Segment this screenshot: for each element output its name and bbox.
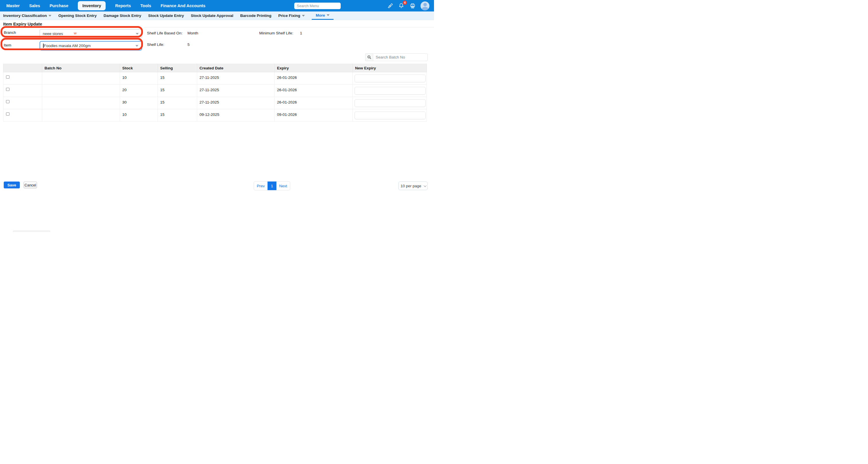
table-row: 20 15 27-11-2025 26-01-2026 xyxy=(3,85,427,97)
branch-dropdown[interactable]: neee stores w xyxy=(40,29,142,38)
table-row: 30 15 27-11-2025 26-01-2026 xyxy=(3,97,427,109)
subnav-label: Inventory Classification xyxy=(3,13,47,18)
shelf-life-based-on-label: Shelf Life Based On: xyxy=(147,31,183,35)
subnav-label: Opening Stock Entry xyxy=(58,13,97,18)
text-cursor xyxy=(43,43,43,48)
subnav-label: Damage Stock Entry xyxy=(104,13,141,18)
search-batch-no-input[interactable] xyxy=(373,53,428,61)
new-expiry-input[interactable] xyxy=(354,74,426,82)
pagination-next-button[interactable]: Next xyxy=(276,181,290,190)
subnav-item-inventory-classification[interactable]: Inventory Classification xyxy=(3,11,51,20)
typed-text: w xyxy=(74,31,76,35)
nav-item-sales[interactable]: Sales xyxy=(29,3,40,8)
col-header-batch-no: Batch No xyxy=(42,64,120,72)
page-size-select[interactable]: 10 per page xyxy=(398,181,428,190)
chevron-down-icon xyxy=(49,15,51,16)
avatar-body-shape xyxy=(422,7,428,10)
notifications-bell-icon[interactable]: 4 xyxy=(398,3,404,9)
save-button[interactable]: Save xyxy=(4,181,20,189)
nav-item-finance-and-accounts[interactable]: Finance And Accounts xyxy=(161,3,206,8)
printer-icon[interactable] xyxy=(409,3,415,9)
search-icon xyxy=(365,53,373,61)
col-header-stock: Stock xyxy=(120,64,158,72)
batch-search-group xyxy=(365,53,428,61)
chevron-down-icon xyxy=(327,14,330,16)
item-dropdown[interactable]: Foodles masala AM 200gm xyxy=(40,41,142,51)
paintbrush-icon[interactable] xyxy=(387,3,393,9)
new-expiry-input[interactable] xyxy=(354,99,426,107)
col-header-expiry: Expiry xyxy=(275,64,353,72)
new-expiry-input[interactable] xyxy=(354,111,426,119)
branch-value: neee stores xyxy=(40,32,63,36)
cell-batch-no xyxy=(42,109,120,122)
top-navbar: Master Sales Purchase Inventory Reports … xyxy=(0,0,434,11)
new-expiry-input[interactable] xyxy=(354,87,426,95)
pagination-prev-button[interactable]: Prev xyxy=(254,181,268,190)
cell-expiry: 26-01-2026 xyxy=(275,85,353,97)
subnav-item-barcode-printing[interactable]: Barcode Printing xyxy=(240,11,272,20)
col-header-new-expiry: New Expiry xyxy=(353,64,427,72)
subnav-item-more[interactable]: More xyxy=(312,11,334,20)
shelf-life-value: 5 xyxy=(187,42,190,47)
chevron-down-icon xyxy=(136,33,138,35)
col-header-select xyxy=(3,64,42,72)
user-avatar[interactable] xyxy=(421,1,429,10)
cell-stock: 10 xyxy=(120,109,158,122)
cell-created-date: 27-11-2025 xyxy=(197,72,275,85)
row-checkbox[interactable] xyxy=(6,88,9,91)
cell-batch-no xyxy=(42,72,120,85)
subnav-item-opening-stock-entry[interactable]: Opening Stock Entry xyxy=(58,11,97,20)
subnav-label: More xyxy=(316,13,325,18)
nav-item-reports[interactable]: Reports xyxy=(115,3,131,8)
cell-selling: 15 xyxy=(158,109,197,122)
cell-stock: 30 xyxy=(120,97,158,109)
page-size-value: 10 per page xyxy=(400,184,421,188)
cell-batch-no xyxy=(42,97,120,109)
subnav-label: Stock Update Entry xyxy=(148,13,184,18)
chevron-down-icon xyxy=(302,15,305,16)
cell-expiry: 26-01-2026 xyxy=(275,72,353,85)
subnav-label: Stock Update Approval xyxy=(191,13,234,18)
search-menu-input[interactable] xyxy=(294,3,341,9)
cell-stock: 20 xyxy=(120,85,158,97)
subnav-item-price-fixing[interactable]: Price Fixing xyxy=(278,11,305,20)
chevron-down-icon xyxy=(423,184,426,187)
subnav-item-stock-update-entry[interactable]: Stock Update Entry xyxy=(148,11,184,20)
shelf-life-label: Shelf Life: xyxy=(147,42,164,47)
nav-item-purchase[interactable]: Purchase xyxy=(50,3,68,8)
batch-table: Batch No Stock Selling Created Date Expi… xyxy=(3,64,427,122)
pagination: Prev 1 Next xyxy=(254,181,290,191)
nav-item-master[interactable]: Master xyxy=(6,3,20,8)
bottom-partial-element xyxy=(13,231,50,232)
item-value: Foodles masala AM 200gm xyxy=(40,43,91,48)
pagination-current-page[interactable]: 1 xyxy=(268,181,276,190)
branch-label: Branch xyxy=(4,30,16,35)
col-header-selling: Selling xyxy=(158,64,197,72)
navbar-icons: 4 xyxy=(387,1,431,10)
row-checkbox[interactable] xyxy=(6,112,9,116)
subnav-item-stock-update-approval[interactable]: Stock Update Approval xyxy=(191,11,234,20)
cell-created-date: 09-12-2025 xyxy=(197,109,275,122)
minimum-shelf-life-label: Minimum Shelf Life: xyxy=(259,31,293,35)
item-label: Item xyxy=(4,43,11,47)
notification-count-badge: 4 xyxy=(403,1,407,5)
row-checkbox[interactable] xyxy=(6,100,9,103)
cell-created-date: 27-11-2025 xyxy=(197,85,275,97)
cell-expiry: 26-01-2026 xyxy=(275,97,353,109)
nav-item-tools[interactable]: Tools xyxy=(141,3,151,8)
cell-selling: 15 xyxy=(158,85,197,97)
shelf-life-based-on-value: Month xyxy=(187,31,198,35)
nav-item-inventory[interactable]: Inventory xyxy=(78,1,105,10)
cell-selling: 15 xyxy=(158,97,197,109)
row-checkbox[interactable] xyxy=(6,75,9,79)
avatar-head-shape xyxy=(423,3,427,6)
cancel-button[interactable]: Cancel xyxy=(24,181,37,189)
cell-stock: 10 xyxy=(120,72,158,85)
chevron-down-icon xyxy=(135,45,138,47)
cell-expiry: 09-01-2026 xyxy=(275,109,353,122)
subnav-item-damage-stock-entry[interactable]: Damage Stock Entry xyxy=(104,11,141,20)
form-top-divider xyxy=(144,27,434,28)
minimum-shelf-life-value: 1 xyxy=(300,31,302,35)
subnav-label: Price Fixing xyxy=(278,13,300,18)
col-header-created-date: Created Date xyxy=(197,64,275,72)
